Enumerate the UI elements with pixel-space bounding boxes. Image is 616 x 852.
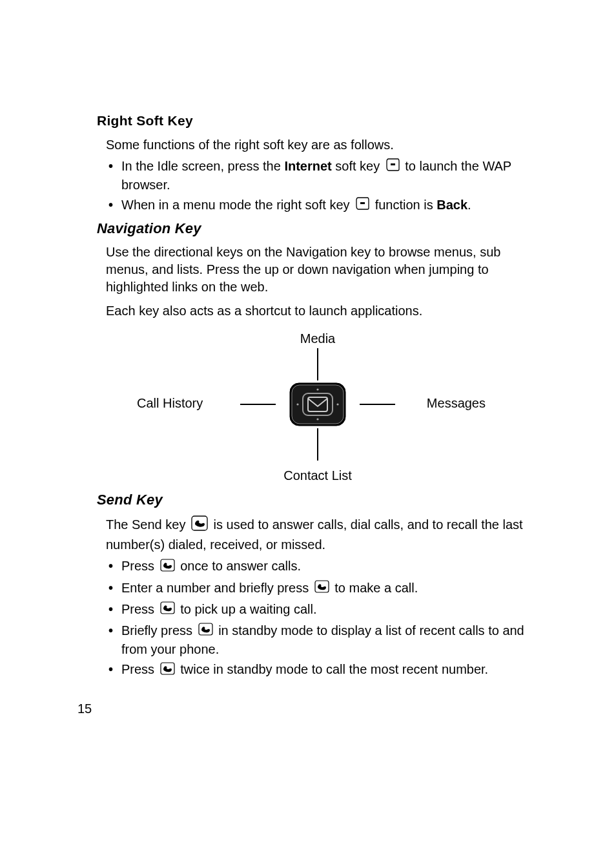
text-fragment: When in a menu mode the right soft key: [121, 198, 353, 212]
diagram-line: [317, 348, 318, 380]
send-key-icon: [159, 558, 176, 577]
svg-point-6: [296, 404, 298, 406]
send-key-bullet-5: Press twice in standby mode to call the …: [106, 661, 539, 680]
send-key-heading: Send Key: [97, 492, 539, 508]
right-softkey-icon: [385, 158, 400, 176]
text-fragment: Press: [121, 602, 158, 616]
navigation-key-heading: Navigation Key: [97, 220, 539, 237]
bold-text: Internet: [284, 159, 331, 173]
diagram-line: [317, 428, 318, 461]
text-fragment: Briefly press: [121, 623, 196, 638]
text-fragment: In the Idle screen, press the: [121, 159, 284, 173]
svg-rect-13: [161, 602, 174, 614]
text-fragment: twice in standby mode to call the most r…: [177, 662, 488, 676]
text-fragment: to make a call.: [331, 581, 418, 595]
diagram-line: [240, 404, 276, 405]
right-soft-key-bullet-1: In the Idle screen, press the Internet s…: [106, 158, 539, 194]
nav-label-bottom: Contact List: [283, 468, 352, 483]
send-key-bullet-4: Briefly press in standby mode to display…: [106, 622, 539, 658]
nav-label-right: Messages: [427, 396, 486, 411]
svg-rect-1: [360, 202, 365, 204]
send-key-list: Press once to answer calls. Enter a numb…: [106, 557, 539, 680]
text-fragment: Enter a number and briefly press: [121, 581, 313, 595]
svg-rect-15: [161, 663, 174, 674]
right-soft-key-list: In the Idle screen, press the Internet s…: [106, 158, 539, 215]
svg-rect-3: [292, 385, 344, 424]
page-number: 15: [77, 701, 92, 716]
send-key-bullet-1: Press once to answer calls.: [106, 557, 539, 576]
nav-label-left: Call History: [137, 396, 203, 411]
send-key-bullet-2: Enter a number and briefly press to make…: [106, 579, 539, 598]
diagram-line: [360, 404, 395, 405]
send-key-icon: [198, 622, 214, 641]
navigation-key-diagram: Media Call History Messages Contact List: [124, 331, 511, 480]
text-fragment: function is: [371, 198, 436, 212]
send-key-icon: [159, 661, 176, 680]
right-softkey-icon: [354, 196, 370, 215]
send-key-bullet-3: Press to pick up a waiting call.: [106, 601, 539, 619]
send-key-icon: [190, 515, 209, 536]
svg-rect-14: [199, 623, 212, 635]
svg-rect-0: [391, 163, 395, 165]
right-soft-key-bullet-2: When in a menu mode the right soft key f…: [106, 196, 539, 215]
navigation-key-para-2: Each key also acts as a shortcut to laun…: [106, 302, 539, 320]
text-fragment: soft key: [332, 159, 384, 173]
text-fragment: Press: [121, 662, 158, 676]
send-key-icon: [159, 601, 176, 619]
svg-point-5: [316, 419, 318, 421]
text-fragment: once to answer calls.: [177, 559, 301, 573]
send-key-icon: [314, 579, 330, 598]
text-fragment: .: [467, 198, 471, 212]
text-fragment: The Send key: [106, 517, 189, 532]
text-fragment: Press: [121, 559, 158, 573]
navigation-pad-icon: [289, 382, 347, 427]
page-content: Right Soft Key Some functions of the rig…: [0, 0, 616, 680]
navigation-key-para-1: Use the directional keys on the Navigati…: [106, 244, 539, 296]
text-fragment: to pick up a waiting call.: [177, 602, 317, 616]
send-key-intro: The Send key is used to answer calls, di…: [106, 515, 539, 554]
svg-rect-11: [161, 559, 174, 571]
right-soft-key-heading: Right Soft Key: [97, 113, 539, 129]
svg-point-7: [336, 404, 338, 406]
right-soft-key-intro: Some functions of the right soft key are…: [106, 136, 539, 154]
svg-rect-12: [315, 581, 329, 592]
nav-label-top: Media: [300, 331, 335, 346]
svg-point-4: [316, 389, 318, 391]
bold-text: Back: [436, 198, 467, 212]
